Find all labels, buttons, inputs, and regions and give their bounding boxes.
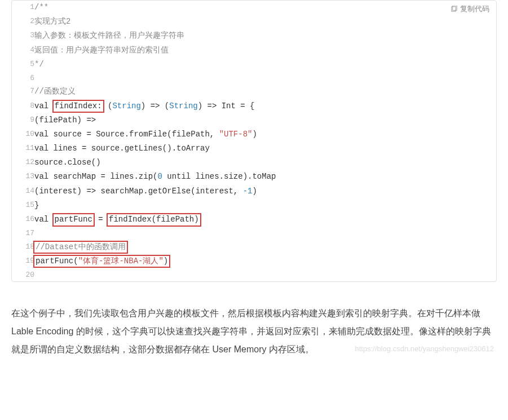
code-line: 实现方式2	[34, 15, 496, 29]
code-line: val searchMap = lines.zip(0 until lines.…	[34, 170, 496, 184]
copy-code-button[interactable]: 复制代码	[450, 4, 489, 14]
code-line: /**	[34, 1, 496, 15]
highlight-partfunc: partFunc	[52, 213, 95, 227]
highlight-findindex: findIndex:	[52, 100, 104, 113]
code-line	[34, 72, 496, 85]
code-line: partFunc("体育-篮球-NBA-湖人")	[34, 254, 496, 268]
line-number: 18	[12, 240, 34, 254]
svg-rect-0	[452, 6, 456, 11]
highlight-partfunc-call: partFunc("体育-篮球-NBA-湖人")	[33, 255, 170, 268]
line-number: 19	[12, 254, 34, 268]
code-line: val partFunc = findIndex(filePath)	[34, 213, 496, 227]
code-line: val source = Source.fromFile(filePath, "…	[34, 127, 496, 142]
line-number: 16	[12, 213, 34, 227]
line-number: 3	[12, 29, 34, 43]
code-block: 复制代码 1/** 2实现方式2 3输入参数：模板文件路径，用户兴趣字符串 4返…	[11, 0, 497, 282]
code-line: val findIndex: (String) => (String) => I…	[34, 99, 496, 113]
code-line: //Dataset中的函数调用	[34, 240, 496, 254]
code-line: */	[34, 58, 496, 72]
line-number: 2	[12, 15, 34, 29]
watermark: https://blog.csdn.net/yangshengwei230612	[355, 344, 494, 353]
copy-icon	[450, 6, 458, 13]
line-number: 14	[12, 184, 34, 198]
code-line	[34, 227, 496, 240]
code-line: 输入参数：模板文件路径，用户兴趣字符串	[34, 29, 496, 43]
line-number: 10	[12, 127, 34, 142]
line-number: 12	[12, 156, 34, 170]
line-number: 17	[12, 227, 34, 240]
code-line: }	[34, 198, 496, 213]
line-number: 20	[12, 268, 34, 281]
line-number: 15	[12, 198, 34, 213]
line-number: 1	[12, 1, 34, 15]
line-number: 9	[12, 113, 34, 127]
highlight-dataset-comment: //Dataset中的函数调用	[33, 241, 128, 254]
code-line	[34, 268, 496, 281]
code-line: val lines = source.getLines().toArray	[34, 142, 496, 156]
code-line: 返回值：用户兴趣字符串对应的索引值	[34, 43, 496, 58]
line-number: 13	[12, 170, 34, 184]
code-line: (interest) => searchMap.getOrElse(intere…	[34, 184, 496, 198]
line-number: 11	[12, 142, 34, 156]
article-paragraph: 在这个例子中，我们先读取包含用户兴趣的模板文件，然后根据模板内容构建兴趣到索引的…	[11, 304, 497, 370]
line-number: 4	[12, 43, 34, 58]
svg-rect-1	[453, 6, 457, 10]
highlight-findindex-call: findIndex(filePath)	[107, 213, 201, 227]
copy-code-label: 复制代码	[460, 4, 489, 14]
line-number: 5	[12, 58, 34, 72]
line-number: 7	[12, 85, 34, 99]
line-number: 8	[12, 99, 34, 113]
line-number: 6	[12, 72, 34, 85]
code-line: (filePath) =>	[34, 113, 496, 127]
code-table: 1/** 2实现方式2 3输入参数：模板文件路径，用户兴趣字符串 4返回值：用户…	[12, 1, 496, 281]
code-line: //函数定义	[34, 85, 496, 99]
code-line: source.close()	[34, 156, 496, 170]
